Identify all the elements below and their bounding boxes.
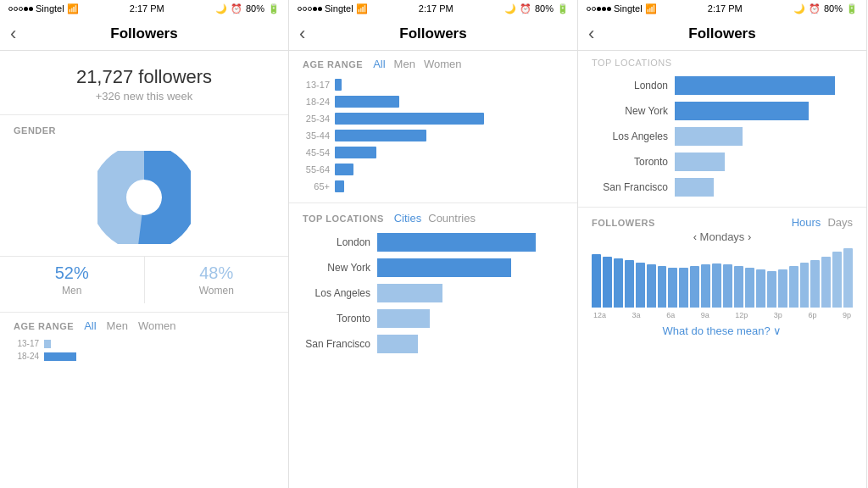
time-2: 2:17 PM: [419, 3, 453, 14]
battery-icon-3: 🔋: [846, 3, 858, 14]
moon-icon: 🌙: [215, 3, 227, 14]
activity-tab-days[interactable]: Days: [827, 216, 853, 229]
bar-row-18: 18-24: [303, 96, 564, 108]
city-bar-newyork: New York: [592, 102, 853, 120]
men-pct: 52%: [0, 263, 144, 283]
age-tab-men-2[interactable]: Men: [394, 58, 415, 70]
activity-tab-hours[interactable]: Hours: [792, 216, 821, 229]
loc-track-toronto: [377, 309, 564, 328]
men-stat: 52% Men: [0, 257, 145, 303]
activity-bar-8: [679, 268, 688, 308]
panel-followers-overview: Singtel 📶 2:17 PM 🌙 ⏰ 80% 🔋 ‹ Followers …: [0, 0, 289, 488]
bar-fill-65: [335, 180, 344, 192]
loc-fill-london: [377, 233, 536, 252]
back-button-1[interactable]: ‹: [10, 23, 16, 45]
bar-row-65: 65+: [303, 180, 564, 192]
loc-label-london: London: [303, 236, 370, 248]
status-left-2: Singtel 📶: [298, 3, 368, 14]
gender-stats: 52% Men 48% Women: [0, 256, 288, 303]
city-bar-sf: San Francisco: [592, 178, 853, 197]
bar-label-25: 25-34: [303, 114, 330, 124]
age-tabs-1: AGE RANGE All Men Women: [0, 319, 288, 339]
battery-1: 80%: [246, 3, 264, 14]
loc-tab-cities[interactable]: Cities: [394, 212, 422, 225]
activity-bar-9: [690, 266, 699, 308]
battery-2: 80%: [535, 3, 554, 14]
city-bar-la: Los Angeles: [592, 127, 853, 146]
bar-fill-13: [335, 79, 342, 91]
status-bar-3: Singtel 📶 2:17 PM 🌙 ⏰ 80% 🔋: [578, 0, 866, 17]
activity-day-label: ‹ Mondays ›: [592, 230, 853, 243]
status-left-3: Singtel 📶: [587, 3, 657, 14]
gender-section: 52% Men 48% Women: [0, 139, 288, 313]
activity-header: FOLLOWERS Hours Days: [592, 216, 853, 229]
age-tab-women-2[interactable]: Women: [424, 58, 462, 70]
age-tab-women-1[interactable]: Women: [138, 319, 176, 332]
city-track-toronto: [675, 152, 853, 171]
what-link[interactable]: What do these mean? ∨: [592, 324, 853, 337]
battery-icon-1: 🔋: [268, 3, 280, 14]
activity-bar-4: [636, 263, 645, 308]
age-tab-all-2[interactable]: All: [373, 58, 385, 70]
activity-x-labels: 12a 3a 6a 9a 12p 3p 6p 9p: [592, 311, 853, 319]
city-fill-london: [675, 76, 835, 95]
wifi-icon: 📶: [67, 3, 79, 14]
x-label-12a: 12a: [593, 311, 606, 319]
activity-bar-16: [767, 271, 776, 308]
age-tab-all-1[interactable]: All: [84, 319, 96, 332]
time-3: 2:17 PM: [708, 3, 743, 14]
city-bar-chart: London New York Los Angeles Toronto San …: [592, 76, 853, 197]
followers-count: 21,727 followers: [0, 66, 288, 88]
wifi-icon-2: 📶: [356, 3, 368, 14]
status-bar-2: Singtel 📶 2:17 PM 🌙 ⏰ 80% 🔋: [289, 0, 577, 17]
bar-row-55: 55-64: [303, 164, 564, 175]
status-right-1: 🌙 ⏰ 80% 🔋: [215, 3, 280, 14]
activity-bar-18: [789, 266, 798, 308]
loc-tab-countries[interactable]: Countries: [428, 212, 476, 225]
city-label-london: London: [592, 80, 668, 92]
bar-label-55: 55-64: [303, 164, 330, 175]
status-right-2: 🌙 ⏰ 80% 🔋: [504, 3, 569, 14]
women-label: Women: [145, 285, 289, 297]
battery-icon-2: 🔋: [557, 3, 569, 14]
bar-fill-35: [335, 130, 426, 141]
bar-label-45: 45-54: [303, 147, 330, 158]
activity-bar-6: [658, 266, 667, 308]
nav-bar-3: ‹ Followers: [578, 17, 866, 51]
followers-new: +326 new this week: [0, 90, 288, 103]
loc-bar-la: Los Angeles: [303, 284, 564, 302]
loc-track-london: [377, 233, 564, 252]
back-button-2[interactable]: ‹: [299, 23, 305, 45]
chevron-left-icon[interactable]: ‹: [693, 230, 697, 243]
status-right-3: 🌙 ⏰ 80% 🔋: [793, 3, 858, 14]
age-tab-men-1[interactable]: Men: [107, 319, 128, 332]
wifi-icon-3: 📶: [645, 3, 657, 14]
city-fill-sf: [675, 178, 714, 197]
age-tab-group-2: All Men Women: [373, 58, 461, 70]
loc-fill-sf: [377, 335, 418, 353]
top-locations-section: TOP LOCATIONS Cities Countries London Ne…: [289, 203, 577, 360]
activity-bar-19: [800, 263, 810, 308]
carrier-2: Singtel: [325, 3, 353, 14]
signal-icon: [8, 7, 33, 11]
activity-bar-7: [668, 268, 677, 308]
x-label-3p: 3p: [774, 311, 782, 319]
loc-bar-london: London: [303, 233, 564, 252]
activity-bar-12: [723, 264, 732, 308]
small-bar-fill-18: [44, 352, 76, 361]
bar-label-35: 35-44: [303, 130, 330, 141]
age-section-1: AGE RANGE All Men Women 13-17 18-24: [0, 313, 288, 364]
loc-label-newyork: New York: [303, 262, 370, 274]
bar-label-13: 13-17: [303, 80, 330, 90]
bar-fill-45: [335, 147, 376, 158]
activity-bar-21: [821, 257, 831, 308]
age-range-label-2: AGE RANGE: [303, 59, 363, 69]
back-button-3[interactable]: ‹: [588, 23, 594, 45]
svg-point-2: [132, 186, 156, 209]
city-fill-newyork: [675, 102, 809, 120]
activity-bar-20: [810, 260, 820, 308]
activity-bar-22: [832, 252, 842, 308]
chevron-right-icon[interactable]: ›: [748, 230, 751, 243]
top-cities-label: TOP LOCATIONS: [592, 58, 853, 68]
bar-track-25: [335, 113, 564, 125]
